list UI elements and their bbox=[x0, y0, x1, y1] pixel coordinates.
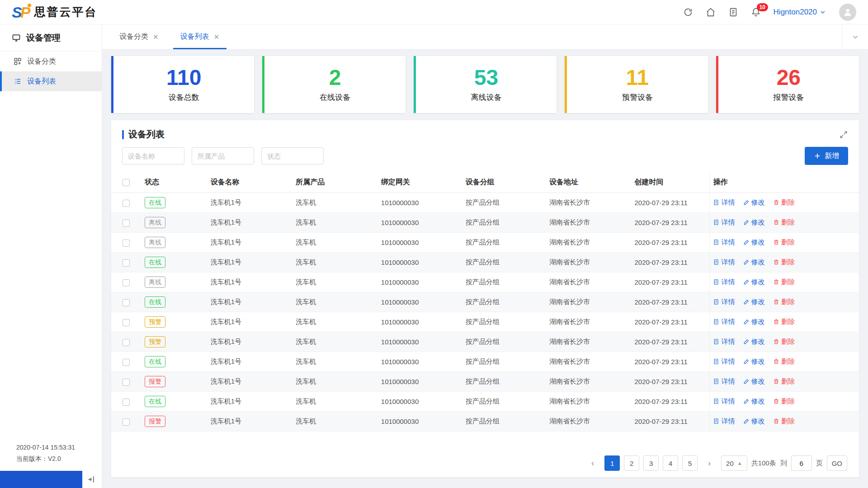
device-table-body: 在线 洗车机1号 洗车机 1010000030 按产品分组 湖南省长沙市 202… bbox=[111, 193, 859, 432]
edit-link[interactable]: 修改 bbox=[743, 357, 765, 366]
group-cell: 按产品分组 bbox=[462, 272, 546, 292]
fullscreen-icon[interactable] bbox=[839, 130, 848, 139]
status-badge: 在线 bbox=[145, 396, 165, 407]
sidebar-item-device-list[interactable]: 设备列表 bbox=[0, 71, 102, 91]
product-filter-input[interactable] bbox=[192, 147, 254, 164]
row-checkbox[interactable] bbox=[123, 259, 130, 267]
column-header-group: 设备分组 bbox=[462, 172, 546, 193]
edit-link[interactable]: 修改 bbox=[743, 417, 765, 426]
edit-link[interactable]: 修改 bbox=[743, 258, 765, 267]
row-checkbox[interactable] bbox=[123, 239, 130, 247]
prev-page-button[interactable]: ‹ bbox=[585, 455, 600, 471]
table-row: 离线 洗车机1号 洗车机 1010000030 按产品分组 湖南省长沙市 202… bbox=[111, 233, 859, 253]
sidebar-item-label: 设备列表 bbox=[27, 77, 56, 86]
tab-device-list[interactable]: 设备列表 ✕ bbox=[170, 24, 231, 49]
page-button-4[interactable]: 4 bbox=[663, 455, 678, 471]
detail-link[interactable]: 详情 bbox=[713, 298, 735, 306]
status-filter-input[interactable] bbox=[261, 147, 324, 164]
delete-link[interactable]: 删除 bbox=[773, 357, 795, 366]
delete-link[interactable]: 删除 bbox=[773, 258, 795, 267]
device-name-filter-input[interactable] bbox=[122, 147, 184, 164]
page-button-2[interactable]: 2 bbox=[624, 455, 639, 471]
tab-device-category[interactable]: 设备分类 ✕ bbox=[108, 24, 170, 49]
detail-icon bbox=[713, 219, 720, 225]
edit-label: 修改 bbox=[751, 218, 765, 227]
tab-menu-button[interactable] bbox=[842, 24, 868, 49]
address-cell: 湖南省长沙市 bbox=[546, 213, 631, 233]
row-checkbox[interactable] bbox=[123, 200, 130, 207]
edit-link[interactable]: 修改 bbox=[743, 298, 765, 306]
detail-link[interactable]: 详情 bbox=[713, 397, 735, 406]
stat-label: 在线设备 bbox=[320, 92, 350, 103]
edit-link[interactable]: 修改 bbox=[743, 218, 765, 227]
title-accent-bar bbox=[122, 130, 124, 139]
edit-link[interactable]: 修改 bbox=[743, 338, 765, 346]
detail-link[interactable]: 详情 bbox=[713, 338, 735, 346]
stat-label: 离线设备 bbox=[471, 92, 502, 103]
detail-link[interactable]: 详情 bbox=[713, 238, 735, 247]
row-checkbox[interactable] bbox=[123, 379, 130, 386]
page-button-1[interactable]: 1 bbox=[604, 455, 620, 471]
sidebar-bottom-bar[interactable] bbox=[0, 471, 82, 488]
edit-link[interactable]: 修改 bbox=[743, 198, 765, 207]
delete-link[interactable]: 删除 bbox=[773, 278, 795, 286]
refresh-icon[interactable] bbox=[683, 7, 693, 17]
row-checkbox[interactable] bbox=[123, 220, 130, 227]
home-icon[interactable] bbox=[706, 7, 716, 17]
detail-link[interactable]: 详情 bbox=[713, 218, 735, 227]
edit-link[interactable]: 修改 bbox=[743, 397, 765, 406]
delete-link[interactable]: 删除 bbox=[773, 198, 795, 207]
detail-link[interactable]: 详情 bbox=[713, 258, 735, 267]
detail-link[interactable]: 详情 bbox=[713, 318, 735, 326]
detail-link[interactable]: 详情 bbox=[713, 357, 735, 366]
detail-link[interactable]: 详情 bbox=[713, 417, 735, 426]
user-menu[interactable]: Hignton2020 bbox=[774, 8, 826, 17]
delete-link[interactable]: 删除 bbox=[773, 218, 795, 227]
row-checkbox[interactable] bbox=[123, 339, 130, 346]
delete-link[interactable]: 删除 bbox=[773, 377, 795, 386]
page-size-select[interactable]: 20 ▲ bbox=[721, 455, 747, 471]
edit-link[interactable]: 修改 bbox=[743, 278, 765, 286]
row-checkbox[interactable] bbox=[123, 299, 130, 306]
collapse-sidebar-icon[interactable] bbox=[86, 475, 95, 484]
delete-link[interactable]: 删除 bbox=[773, 298, 795, 306]
delete-link[interactable]: 删除 bbox=[773, 238, 795, 247]
page-button-5[interactable]: 5 bbox=[682, 455, 698, 471]
product-cell: 洗车机 bbox=[292, 372, 377, 392]
add-device-button[interactable]: 新增 bbox=[805, 147, 848, 165]
delete-link[interactable]: 删除 bbox=[773, 338, 795, 346]
device-management-icon bbox=[12, 33, 21, 42]
detail-label: 详情 bbox=[722, 338, 735, 346]
select-all-checkbox[interactable] bbox=[123, 179, 130, 186]
edit-link[interactable]: 修改 bbox=[743, 377, 765, 386]
delete-link[interactable]: 删除 bbox=[773, 417, 795, 426]
table-row: 在线 洗车机1号 洗车机 1010000030 按产品分组 湖南省长沙市 202… bbox=[111, 193, 859, 213]
row-checkbox[interactable] bbox=[123, 279, 130, 286]
edit-link[interactable]: 修改 bbox=[743, 238, 765, 247]
row-checkbox[interactable] bbox=[123, 399, 130, 406]
detail-link[interactable]: 详情 bbox=[713, 278, 735, 286]
delete-link[interactable]: 删除 bbox=[773, 318, 795, 326]
row-checkbox[interactable] bbox=[123, 319, 130, 326]
notifications-button[interactable]: 10 bbox=[751, 7, 761, 17]
trash-icon bbox=[773, 239, 779, 245]
next-page-button[interactable]: › bbox=[702, 455, 717, 471]
avatar[interactable] bbox=[839, 4, 856, 21]
trash-icon bbox=[773, 299, 779, 305]
row-checkbox[interactable] bbox=[123, 359, 130, 366]
sidebar-item-device-category[interactable]: 设备分类 bbox=[0, 52, 102, 71]
gateway-cell: 1010000030 bbox=[377, 272, 462, 292]
row-checkbox[interactable] bbox=[123, 418, 130, 426]
detail-link[interactable]: 详情 bbox=[713, 198, 735, 207]
delete-link[interactable]: 删除 bbox=[773, 397, 795, 406]
close-icon[interactable]: ✕ bbox=[153, 33, 159, 41]
edit-link[interactable]: 修改 bbox=[743, 318, 765, 326]
created-cell: 2020-07-29 23:11 bbox=[631, 213, 709, 233]
chevron-up-icon: ▲ bbox=[737, 460, 742, 466]
go-button[interactable]: GO bbox=[827, 455, 847, 471]
document-icon[interactable] bbox=[728, 7, 738, 17]
detail-link[interactable]: 详情 bbox=[713, 377, 735, 386]
close-icon[interactable]: ✕ bbox=[214, 33, 220, 41]
jump-page-input[interactable] bbox=[791, 455, 812, 471]
page-button-3[interactable]: 3 bbox=[643, 455, 659, 471]
